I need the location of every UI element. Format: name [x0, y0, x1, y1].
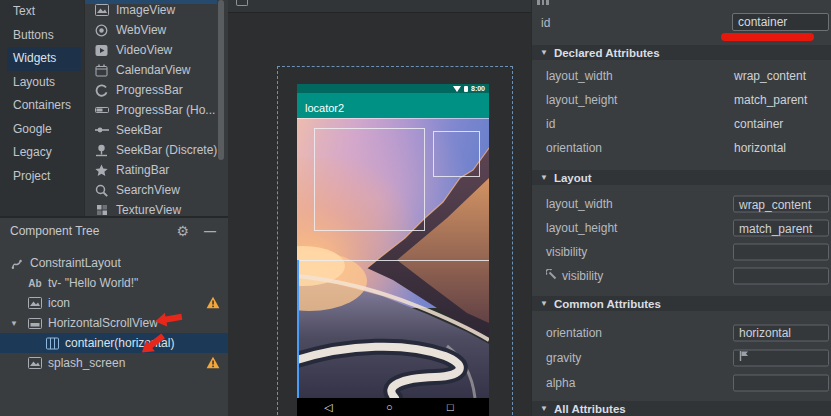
view-bounds-2[interactable]	[433, 131, 480, 177]
attribute-row: visibility	[532, 240, 831, 264]
attribute-row: visibility	[532, 264, 831, 288]
palette-item-searchview[interactable]: SearchView	[85, 180, 228, 200]
attribute-value[interactable]: wrap_content	[734, 69, 806, 83]
status-time: 8:00	[471, 85, 485, 92]
component-tree-panel: Component Tree ⚙ — ConstraintLayout Ab t…	[0, 216, 228, 416]
attribute-row: orientation horizontal	[532, 320, 831, 345]
container-top-bound[interactable]	[297, 260, 489, 261]
section-title: Declared Attributes	[554, 47, 660, 59]
attribute-value-dropdown[interactable]	[733, 268, 829, 285]
section-header-common-attributes[interactable]: ▼ Common Attributes	[532, 296, 831, 311]
palette-scrollbar[interactable]	[218, 0, 224, 160]
section-title: Common Attributes	[554, 298, 661, 310]
tree-item-label: splash_screen	[48, 356, 125, 370]
attribute-label: layout_width	[532, 197, 613, 211]
attribute-value[interactable]: horizontal	[734, 141, 786, 155]
palette-category-project[interactable]: Project	[0, 165, 84, 189]
tree-item-label: ConstraintLayout	[30, 256, 121, 270]
palette-item-progressbar-horizontal[interactable]: ProgressBar (Ho...	[85, 100, 228, 120]
device-preview[interactable]: 8:00 locator2	[297, 84, 489, 416]
palette-item-label: ProgressBar (Ho...	[116, 103, 215, 117]
palette-item-progressbar[interactable]: ProgressBar	[85, 80, 228, 100]
calendarview-icon	[94, 64, 109, 77]
attribute-value-field[interactable]	[733, 374, 829, 391]
tree-item-label: HorizontalScrollView	[48, 316, 158, 330]
palette-category-containers[interactable]: Containers	[0, 94, 84, 118]
nav-home-icon: ○	[386, 398, 393, 416]
tree-item-container-horizontal[interactable]: container(horizontal)	[0, 333, 228, 353]
splash-screen-image[interactable]	[297, 118, 489, 398]
palette-item-label: SearchView	[116, 183, 180, 197]
design-toolbar	[228, 0, 531, 13]
attribute-row: layout_height match_parent	[532, 216, 831, 240]
progressbar-horizontal-icon	[94, 105, 109, 115]
palette-item-textureview[interactable]: TextureView	[85, 200, 228, 216]
chevron-down-icon: ▼	[540, 299, 548, 308]
textview-icon: Ab	[28, 278, 42, 289]
palette-item-label: SeekBar (Discrete)	[116, 143, 217, 157]
attribute-label: id	[532, 117, 555, 131]
attribute-label: alpha	[532, 376, 575, 390]
textureview-icon	[94, 204, 109, 216]
chevron-expanded-icon[interactable]: ▼	[10, 319, 22, 328]
minimize-icon[interactable]: —	[204, 224, 216, 238]
imageview-icon	[28, 297, 42, 309]
section-title: All Attributes	[554, 403, 626, 415]
palette-widget-list: ImageView WebView VideoView CalendarView…	[84, 0, 228, 216]
palette-item-videoview[interactable]: VideoView	[85, 40, 228, 60]
palette-item-seekbar[interactable]: SeekBar	[85, 120, 228, 140]
gear-icon[interactable]: ⚙	[176, 223, 189, 239]
container-selected-left-bound[interactable]	[297, 260, 299, 398]
device-status-bar: 8:00	[297, 84, 489, 93]
design-mode-icon[interactable]	[236, 0, 248, 6]
tree-item-horizontalscrollview[interactable]: ▼ HorizontalScrollView	[0, 313, 228, 333]
section-header-all-attributes[interactable]: ▼ All Attributes	[532, 401, 831, 416]
palette-item-webview[interactable]: WebView	[85, 20, 228, 40]
nav-recents-icon: □	[447, 398, 454, 416]
id-input[interactable]	[732, 13, 829, 31]
palette-item-label: CalendarView	[116, 63, 191, 77]
ratingbar-icon	[94, 164, 109, 177]
attribute-row: id container	[532, 112, 831, 136]
attribute-label: layout_height	[532, 93, 617, 107]
attribute-label: id	[532, 16, 550, 30]
attributes-toolbar	[532, 0, 831, 12]
attribute-value-dropdown[interactable]: match_parent	[733, 220, 829, 237]
attribute-row: layout_width wrap_content	[532, 64, 831, 88]
view-bounds-1[interactable]	[314, 128, 425, 231]
app-bar: locator2	[297, 93, 489, 118]
palette-category-google[interactable]: Google	[0, 118, 84, 142]
attribute-value[interactable]: container	[734, 117, 783, 131]
palette-item-ratingbar[interactable]: RatingBar	[85, 160, 228, 180]
palette-category-buttons[interactable]: Buttons	[0, 24, 84, 48]
attribute-label: visibility	[532, 269, 603, 283]
tree-item-constraintlayout[interactable]: ConstraintLayout	[0, 253, 228, 273]
palette-category-widgets[interactable]: Widgets	[7, 47, 81, 71]
palette-category-legacy[interactable]: Legacy	[0, 141, 84, 165]
attribute-label: orientation	[532, 326, 602, 340]
design-surface[interactable]: 8:00 locator2	[228, 0, 531, 416]
attribute-value-dropdown[interactable]: horizontal	[733, 324, 829, 341]
section-header-declared-attributes[interactable]: ▼ Declared Attributes	[532, 45, 831, 60]
videoview-icon	[94, 44, 109, 57]
attribute-label: orientation	[532, 141, 602, 155]
attribute-value-dropdown[interactable]: wrap_content	[733, 196, 829, 213]
nav-back-icon: ◁	[324, 398, 332, 416]
palette-item-calendarview[interactable]: CalendarView	[85, 60, 228, 80]
palette-item-label: VideoView	[116, 43, 172, 57]
warning-icon	[206, 296, 220, 312]
palette-item-seekbar-discrete[interactable]: SeekBar (Discrete)	[85, 140, 228, 160]
chevron-down-icon: ▼	[540, 48, 548, 57]
palette-item-label: RatingBar	[116, 163, 169, 177]
attribute-value-dropdown[interactable]	[733, 244, 829, 261]
attribute-value[interactable]: match_parent	[734, 93, 807, 107]
component-tree-title: Component Tree	[10, 224, 176, 238]
palette-category-layouts[interactable]: Layouts	[0, 71, 84, 95]
tree-item-splash-screen[interactable]: splash_screen	[0, 353, 228, 373]
tree-item-textview[interactable]: Ab tv- "Hello World!"	[0, 273, 228, 293]
palette-category-text[interactable]: Text	[0, 0, 84, 24]
section-header-layout[interactable]: ▼ Layout	[532, 170, 831, 185]
tree-item-label: tv- "Hello World!"	[48, 276, 138, 290]
attribute-value-dropdown[interactable]	[733, 349, 829, 366]
tree-item-icon[interactable]: icon	[0, 293, 228, 313]
